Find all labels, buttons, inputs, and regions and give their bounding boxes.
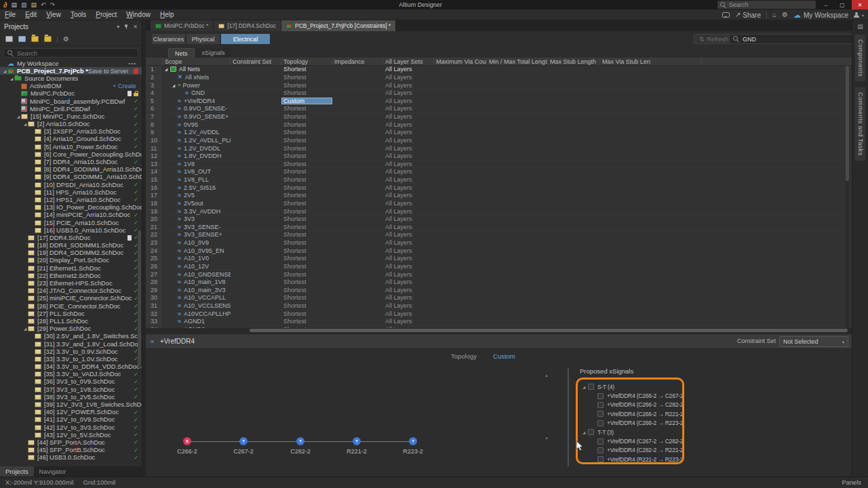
tree-item[interactable]: [8] DDR4_SODIMM_Arria10.SchDoc✓ (0, 166, 142, 174)
scope-cell[interactable]: ≈3V3 (163, 216, 231, 223)
max-via-count-cell[interactable] (434, 294, 487, 302)
new-document-icon[interactable]: ▤ (11, 1, 17, 8)
impedance-cell[interactable] (332, 105, 383, 113)
table-row[interactable]: 7≈0.9VO_SENSE+ShortestAll Layers (146, 113, 852, 121)
scope-cell[interactable]: ≈A10_1V0 (163, 255, 231, 262)
min-max-length-cell[interactable] (487, 184, 548, 191)
max-via-count-cell[interactable] (434, 66, 487, 73)
tree-item[interactable]: [7] DDR4_Arria10.SchDoc✓ (0, 158, 142, 165)
tree-item[interactable]: [39] 12V_3V3_1V8_Swiches.SchDoc✓ (0, 401, 142, 408)
layer-sets-cell[interactable]: All Layers (383, 113, 434, 121)
impedance-cell[interactable] (332, 129, 383, 136)
scope-cell[interactable]: ≈1V8_OUT (163, 168, 231, 176)
layer-sets-cell[interactable]: All Layers (383, 98, 434, 105)
max-via-stub-cell[interactable] (600, 129, 651, 136)
table-row[interactable]: 25≈A10_1V0ShortestAll Layers (146, 255, 852, 263)
document-tab[interactable]: [17] DDR4.SchDoc (214, 20, 281, 31)
layer-sets-cell[interactable]: All Layers (383, 294, 434, 302)
max-stub-cell[interactable] (548, 239, 600, 247)
scroll-up-icon[interactable]: ▲ (545, 373, 549, 378)
save-project-icon[interactable] (5, 36, 13, 42)
table-row[interactable]: 5≈+VrefDDR4CustomAll Layers (146, 98, 852, 106)
constraint-set-select[interactable]: Not Selected ▾ (779, 336, 848, 347)
panel-splitter[interactable] (568, 368, 569, 466)
constraint-set-cell[interactable] (231, 287, 281, 294)
tree-item[interactable]: [4] Arria10_Ground.SchDoc✓ (0, 136, 142, 143)
menu-help[interactable]: Help (160, 11, 174, 18)
max-via-count-cell[interactable] (434, 113, 487, 121)
tree-item[interactable]: [15] PCIE_Arria10.SchDoc✓ (0, 219, 142, 226)
xsignal-item[interactable]: +VrefDDR4 (C266-2 → C282-2) (581, 401, 682, 409)
menu-project[interactable]: Project (96, 11, 117, 18)
constraint-set-cell[interactable] (231, 192, 281, 199)
table-row[interactable]: 2✕All xNetsShortestAll Layers (146, 74, 852, 82)
max-via-stub-cell[interactable] (600, 224, 651, 231)
table-row[interactable]: 33≈AGND1ShortestAll Layers (146, 318, 852, 326)
max-stub-cell[interactable] (548, 144, 600, 152)
impedance-cell[interactable] (332, 224, 383, 231)
impedance-cell[interactable] (332, 318, 383, 325)
max-via-stub-cell[interactable] (600, 184, 651, 191)
max-stub-cell[interactable] (548, 207, 600, 215)
xsignal-checkbox[interactable] (597, 411, 604, 417)
max-stub-cell[interactable] (548, 216, 600, 223)
constraint-set-cell[interactable] (231, 161, 281, 168)
table-row[interactable]: 3◢»PowerShortestAll Layers (146, 81, 852, 89)
max-via-count-cell[interactable] (434, 168, 487, 176)
max-via-count-cell[interactable] (434, 74, 487, 81)
impedance-cell[interactable] (332, 302, 383, 310)
table-row[interactable]: 10≈1.2V_AVDLL_PLLShortestAll Layers (146, 137, 852, 145)
scope-cell[interactable]: ◢»Power (163, 81, 231, 89)
min-max-length-cell[interactable] (487, 192, 548, 199)
column-header[interactable]: All Layer Sets (383, 58, 434, 65)
impedance-cell[interactable] (332, 231, 383, 239)
layer-sets-cell[interactable]: All Layers (383, 270, 434, 278)
tree-item[interactable]: [13] IO_Power_Decoupling.SchDoc✓ (0, 204, 142, 211)
min-max-length-cell[interactable] (487, 98, 548, 105)
max-via-stub-cell[interactable] (600, 137, 651, 144)
impedance-cell[interactable] (332, 98, 383, 105)
undo-icon[interactable]: ↶ (41, 1, 46, 8)
topology-cell[interactable]: Shortest (281, 310, 332, 317)
max-stub-cell[interactable] (548, 152, 600, 160)
scope-cell[interactable]: ≈1V8_PLL (163, 176, 231, 184)
tree-item[interactable]: ◢[29] Power.SchDoc✓ (0, 325, 142, 333)
min-max-length-cell[interactable] (487, 294, 548, 302)
max-via-stub-cell[interactable] (600, 302, 651, 310)
scope-cell[interactable]: ≈A10_GNDSENSE (163, 270, 231, 278)
min-max-length-cell[interactable] (487, 270, 548, 278)
table-row[interactable]: 15≈1V8_PLLShortestAll Layers (146, 176, 852, 184)
expand-icon[interactable]: ◢ (581, 430, 588, 434)
panels-button[interactable]: Panels (842, 479, 861, 486)
max-via-count-cell[interactable] (434, 81, 487, 89)
constraint-set-cell[interactable] (231, 255, 281, 262)
max-via-stub-cell[interactable] (600, 287, 651, 294)
xsignal-item[interactable]: +VrefDDR4 (C266-2 → R221-2) (581, 409, 682, 418)
right-tab-comments-and-tasks[interactable]: Comments and Tasks (854, 87, 866, 161)
max-via-stub-cell[interactable] (600, 263, 651, 270)
max-via-stub-cell[interactable] (600, 66, 651, 73)
layer-sets-cell[interactable]: All Layers (383, 216, 434, 223)
tree-item[interactable]: [22] Ethernet2.SchDoc✓ (0, 272, 142, 279)
table-row[interactable]: 28≈A10_main_1V8ShortestAll Layers (146, 279, 852, 287)
max-stub-cell[interactable] (548, 270, 600, 278)
layer-sets-cell[interactable]: All Layers (383, 129, 434, 136)
max-via-stub-cell[interactable] (600, 121, 651, 128)
tree-item[interactable]: MiniPC_Drill.PCBDwf✓ (0, 105, 142, 113)
topology-cell[interactable]: Shortest (281, 74, 332, 81)
table-row[interactable]: 8≈0V95ShortestAll Layers (146, 121, 852, 129)
max-via-count-cell[interactable] (434, 137, 487, 144)
xsignal-checkbox[interactable] (597, 420, 604, 426)
table-row[interactable]: 6≈0.9VO_SENSE-ShortestAll Layers (146, 105, 852, 113)
table-row[interactable]: 23≈A10_0V9ShortestAll Layers (146, 239, 852, 247)
panel-tab-projects[interactable]: Projects (0, 466, 34, 476)
min-max-length-cell[interactable] (487, 247, 548, 254)
max-via-count-cell[interactable] (434, 270, 487, 278)
impedance-cell[interactable] (332, 121, 383, 128)
table-row[interactable]: 16≈2.5V_SI516ShortestAll Layers (146, 184, 852, 192)
impedance-cell[interactable] (332, 81, 383, 89)
constraint-set-cell[interactable] (231, 224, 281, 231)
tree-item[interactable]: ☁My Workspace••• (0, 60, 142, 67)
topology-cell[interactable]: Shortest (281, 318, 332, 325)
topology-cell[interactable]: Shortest (281, 152, 332, 160)
